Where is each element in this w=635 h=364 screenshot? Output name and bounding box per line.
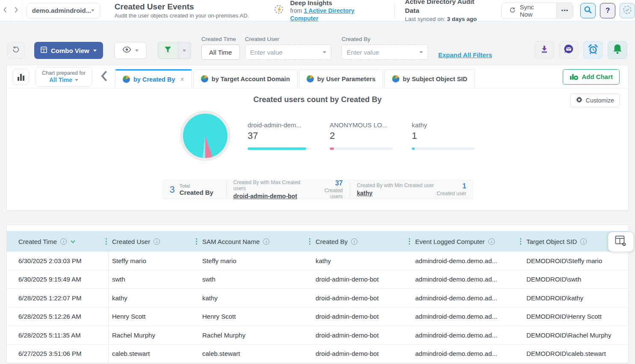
- stat-max-caption: Created By with Max Created users: [233, 179, 312, 191]
- stat-max-name-link[interactable]: droid-admin-demo-bot: [233, 193, 312, 200]
- column-menu-icon[interactable]: [520, 238, 521, 245]
- cell-created-user: Henry Scott: [109, 308, 199, 326]
- info-icon[interactable]: i: [60, 238, 67, 245]
- help-button[interactable]: ?: [600, 3, 615, 18]
- cell-target-object-sid: DEMODROID\Henry Scott: [523, 308, 628, 326]
- tab-by-created-by[interactable]: by Created By ×: [115, 69, 192, 88]
- visibility-dropdown[interactable]: [114, 42, 147, 59]
- table-row[interactable]: 6/28/2025 1:22:07 PM kathy kathy droid-a…: [7, 289, 628, 308]
- chevron-down-icon: [75, 79, 78, 81]
- column-menu-icon[interactable]: [309, 238, 310, 245]
- cell-event-logged-computer: admindroid-demo.demo.ad...: [412, 252, 523, 270]
- column-header-created-by[interactable]: Created By i: [312, 231, 412, 252]
- column-label: Created By: [316, 238, 348, 245]
- legend-item[interactable]: ANONYMOUS LO... 2: [330, 121, 412, 150]
- legend-item[interactable]: droid-admin-dem... 37: [248, 121, 330, 150]
- created-time-filter: Created Time All Time: [201, 36, 240, 60]
- cell-event-logged-computer: admindroid-demo.demo.ad...: [412, 345, 523, 363]
- filter-button[interactable]: [158, 42, 178, 59]
- tab-label: by User Parameters: [317, 76, 375, 82]
- scheduler-button[interactable]: [620, 3, 635, 18]
- workspace-selector[interactable]: demo.admindroid...: [27, 3, 100, 18]
- chart-type-button[interactable]: [13, 69, 29, 85]
- alarm-clock-icon: [588, 44, 599, 56]
- created-by-filter-input[interactable]: Enter value: [342, 44, 428, 60]
- top-bar: demo.admindroid... Created User Events A…: [0, 0, 635, 21]
- column-header-created-user[interactable]: Created User i: [109, 231, 199, 252]
- sync-now-label: Sync Now: [520, 3, 548, 18]
- chevron-down-icon: [135, 50, 139, 52]
- view-mode-dropdown[interactable]: Combo View: [34, 42, 103, 59]
- info-icon[interactable]: i: [154, 238, 160, 245]
- column-header-event-logged-computer[interactable]: Event Logged Computer i: [412, 231, 523, 252]
- cell-created-time: 6/27/2025 3:51:06 PM: [7, 345, 109, 363]
- tab-by-user-parameters[interactable]: by User Parameters: [299, 69, 383, 88]
- export-button[interactable]: [535, 41, 554, 59]
- cell-target-object-sid: DEMODROID\Rachel Murphy: [523, 326, 628, 344]
- download-icon: [540, 45, 549, 55]
- notifications-button[interactable]: [608, 41, 627, 59]
- bar-chart-icon: [18, 74, 24, 81]
- cell-created-user: swth: [109, 270, 199, 289]
- pie-chart[interactable]: [180, 111, 230, 161]
- created-user-filter-input[interactable]: Enter value: [245, 44, 331, 60]
- created-time-filter-value[interactable]: All Time: [201, 44, 240, 60]
- add-chart-button[interactable]: Add Chart: [563, 69, 620, 85]
- pie-chart-icon: [123, 76, 130, 83]
- sync-more-button[interactable]: •••: [556, 3, 573, 18]
- column-header-sam-account-name[interactable]: SAM Account Name i: [199, 231, 312, 252]
- info-icon[interactable]: i: [263, 238, 269, 245]
- cell-created-user: caleb.stewart: [109, 345, 199, 363]
- expand-all-filters-link[interactable]: Expand All Filters: [438, 51, 492, 59]
- created-user-filter: Created User Enter value: [245, 36, 331, 60]
- collapse-charts-button[interactable]: [101, 70, 107, 83]
- info-icon[interactable]: i: [580, 238, 587, 245]
- sync-now-button[interactable]: Sync Now: [502, 3, 556, 18]
- stat-total-label-top: Total: [180, 183, 213, 188]
- clock-check-icon: [623, 5, 632, 16]
- close-icon[interactable]: ×: [180, 76, 184, 83]
- column-label: Event Logged Computer: [415, 238, 485, 245]
- column-menu-icon[interactable]: [196, 238, 197, 245]
- created-by-filter-label: Created By: [342, 36, 428, 42]
- column-settings-button[interactable]: [608, 232, 634, 252]
- send-report-button[interactable]: [559, 41, 579, 59]
- cell-created-time: 6/30/2025 2:03:03 PM: [7, 252, 109, 270]
- table-row[interactable]: 6/30/2025 9:15:49 AM swth swth droid-adm…: [7, 270, 628, 289]
- table-row[interactable]: 6/28/2025 5:11:35 AM Rachel Murphy Rache…: [7, 326, 628, 345]
- tab-label: by Target Account Domain: [212, 76, 290, 82]
- reset-view-button[interactable]: [7, 42, 25, 59]
- tab-by-target-account-domain[interactable]: by Target Account Domain: [193, 69, 298, 88]
- table-row[interactable]: 6/28/2025 5:12:26 AM Henry Scott Henry S…: [7, 308, 628, 326]
- cell-sam-account-name: caleb.stewart: [199, 345, 312, 363]
- column-header-created-time[interactable]: Created Time i: [7, 231, 109, 252]
- legend-item[interactable]: kathy 1: [412, 121, 476, 150]
- chart-area: droid-admin-dem... 37 ANONYMOUS LO... 2 …: [7, 104, 628, 173]
- cell-sam-account-name: Henry Scott: [199, 308, 312, 326]
- nav-forward-button[interactable]: [11, 0, 22, 21]
- legend-value: 37: [248, 130, 330, 141]
- column-menu-icon[interactable]: [409, 238, 410, 245]
- header-divider: [394, 3, 395, 18]
- nav-back-button[interactable]: [0, 0, 11, 21]
- funnel-icon: [164, 46, 171, 55]
- search-button[interactable]: [580, 3, 596, 18]
- schedule-alert-button[interactable]: [583, 41, 603, 59]
- table-row[interactable]: 6/30/2025 2:03:03 PM Steffy mario Steffy…: [7, 252, 628, 270]
- info-icon[interactable]: i: [351, 238, 357, 245]
- search-icon: [584, 6, 592, 16]
- tab-by-subject-object-sid[interactable]: by Subject Object SID: [384, 69, 475, 88]
- cell-created-time: 6/30/2025 9:15:49 AM: [7, 270, 109, 289]
- stat-min-name-link[interactable]: kathy: [357, 190, 434, 197]
- cell-event-logged-computer: admindroid-demo.demo.ad...: [412, 289, 523, 307]
- filter-bar: Combo View Created Time All Time Created…: [0, 21, 635, 65]
- chart-prepared-for-dropdown[interactable]: Chart prepared for All Time: [35, 67, 92, 87]
- legend-label: ANONYMOUS LO...: [330, 121, 412, 129]
- chevron-down-icon: [323, 51, 326, 53]
- info-icon[interactable]: i: [488, 238, 495, 245]
- table-row[interactable]: 6/27/2025 3:51:06 PM caleb.stewart caleb…: [7, 345, 628, 364]
- sort-desc-icon[interactable]: [71, 240, 75, 243]
- filter-dropdown-button[interactable]: [178, 42, 191, 59]
- deep-insights-block: Deep Insights from 1 Active Directory Co…: [273, 0, 384, 22]
- column-menu-icon[interactable]: [106, 238, 107, 245]
